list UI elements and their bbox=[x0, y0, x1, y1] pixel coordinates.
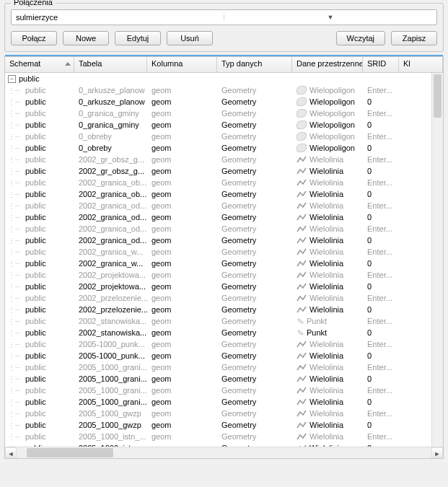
table-row[interactable]: ⋮┈public2002_granica_od...geomGeometryWi… bbox=[5, 223, 443, 234]
scroll-thumb[interactable] bbox=[27, 448, 113, 457]
cell-srid[interactable]: 0 bbox=[363, 305, 399, 314]
cell-srid[interactable]: Enter... bbox=[363, 201, 399, 210]
grid-body[interactable]: − public ⋮┈public0_arkusze_planowgeomGeo… bbox=[5, 73, 443, 447]
table-row[interactable]: ⋮┈public0_arkusze_planowgeomGeometryWiel… bbox=[5, 96, 443, 108]
cell-srid[interactable]: 0 bbox=[363, 259, 399, 268]
table-row[interactable]: ⋮┈public2005_1000_grani...geomGeometryWi… bbox=[5, 385, 443, 396]
table-row[interactable]: ⋮┈public2002_przelozenie...geomGeometryW… bbox=[5, 304, 443, 315]
table-row[interactable]: ⋮┈public2002_granica_od...geomGeometryWi… bbox=[5, 211, 443, 223]
cell-srid[interactable]: Enter... bbox=[363, 224, 399, 233]
cell-spatial: Wielolinia bbox=[309, 282, 343, 291]
cell-table: 2002_granica_od... bbox=[74, 224, 147, 233]
save-button[interactable]: Zapisz bbox=[391, 31, 437, 45]
connection-combo[interactable]: sulmierzyce ▼ bbox=[11, 9, 437, 25]
table-row[interactable]: ⋮┈public2002_gr_obsz_g...geomGeometryWie… bbox=[5, 154, 443, 165]
col-table[interactable]: Tabela bbox=[74, 57, 147, 72]
cell-table: 2005_1000_istn_... bbox=[74, 444, 147, 447]
cell-srid[interactable]: 0 bbox=[363, 282, 399, 291]
horizontal-scrollbar[interactable]: ◄ ► bbox=[5, 447, 443, 458]
new-button[interactable]: Nowe bbox=[63, 31, 109, 45]
table-row[interactable]: ⋮┈public2002_granica_od...geomGeometryWi… bbox=[5, 234, 443, 246]
delete-button[interactable]: Usuń bbox=[167, 31, 213, 45]
table-row[interactable]: ⋮┈public2005_1000_istn_...geomGeometryWi… bbox=[5, 442, 443, 447]
cell-srid[interactable]: 0 bbox=[363, 398, 399, 406]
table-row[interactable]: ⋮┈public2002_granica_w...geomGeometryWie… bbox=[5, 246, 443, 258]
cell-type: Geometry bbox=[217, 305, 292, 314]
cell-table: 2002_stanowiska... bbox=[74, 328, 147, 337]
scroll-right-icon[interactable]: ► bbox=[431, 447, 443, 458]
table-row[interactable]: ⋮┈public2005_1000_grani...geomGeometryWi… bbox=[5, 361, 443, 373]
table-row[interactable]: ⋮┈public2005_1000_grani...geomGeometryWi… bbox=[5, 396, 443, 408]
cell-schema: public bbox=[25, 97, 46, 106]
cell-srid[interactable]: Enter... bbox=[363, 132, 399, 141]
collapse-icon[interactable]: − bbox=[8, 75, 16, 83]
table-row[interactable]: ⋮┈public2002_granica_od...geomGeometryWi… bbox=[5, 200, 443, 211]
cell-table: 2002_granica_ob... bbox=[74, 190, 147, 198]
scroll-left-icon[interactable]: ◄ bbox=[5, 447, 17, 458]
col-schema[interactable]: Schemat bbox=[5, 57, 74, 72]
cell-srid[interactable]: 0 bbox=[363, 351, 399, 360]
table-row[interactable]: ⋮┈public2005_1000_istn_...geomGeometryWi… bbox=[5, 431, 443, 442]
col-kl[interactable]: Kl bbox=[399, 57, 443, 72]
table-row[interactable]: ⋮┈public2002_stanowiska...geomGeometryPu… bbox=[5, 327, 443, 338]
table-row[interactable]: ⋮┈public2005_1000_gwzpgeomGeometryWielol… bbox=[5, 419, 443, 431]
table-row[interactable]: ⋮┈public2005_1000_grani...geomGeometryWi… bbox=[5, 373, 443, 385]
cell-srid[interactable]: 0 bbox=[363, 328, 399, 337]
cell-srid[interactable]: Enter... bbox=[363, 86, 399, 95]
cell-column: geom bbox=[147, 109, 217, 118]
table-row[interactable]: ⋮┈public0_granica_gminygeomGeometryWielo… bbox=[5, 119, 443, 131]
cell-srid[interactable]: 0 bbox=[363, 421, 399, 429]
cell-table: 2002_stanowiska... bbox=[74, 317, 147, 325]
cell-srid[interactable]: Enter... bbox=[363, 155, 399, 164]
edit-button[interactable]: Edytuj bbox=[115, 31, 161, 45]
table-row[interactable]: ⋮┈public2002_przelozenie...geomGeometryW… bbox=[5, 292, 443, 304]
tree-root[interactable]: − public bbox=[5, 73, 443, 84]
table-row[interactable]: ⋮┈public2002_projektowa...geomGeometryWi… bbox=[5, 281, 443, 292]
col-type[interactable]: Typ danych bbox=[217, 57, 292, 72]
cell-srid[interactable]: Enter... bbox=[363, 409, 399, 418]
table-row[interactable]: ⋮┈public2002_projektowa...geomGeometryWi… bbox=[5, 269, 443, 281]
table-row[interactable]: ⋮┈public2002_granica_ob...geomGeometryWi… bbox=[5, 177, 443, 188]
cell-spatial: Wielopoligon bbox=[309, 109, 355, 118]
cell-srid[interactable]: 0 bbox=[363, 97, 399, 106]
cell-srid[interactable]: 0 bbox=[363, 190, 399, 198]
cell-srid[interactable]: 0 bbox=[363, 236, 399, 245]
cell-schema: public bbox=[25, 340, 46, 348]
scroll-thumb[interactable] bbox=[434, 74, 442, 118]
table-row[interactable]: ⋮┈public0_obrebygeomGeometryWielopoligon… bbox=[5, 142, 443, 154]
cell-srid[interactable]: Enter... bbox=[363, 432, 399, 441]
table-row[interactable]: ⋮┈public0_obrebygeomGeometryWielopoligon… bbox=[5, 131, 443, 142]
cell-srid[interactable]: 0 bbox=[363, 144, 399, 152]
table-row[interactable]: ⋮┈public2005-1000_punk...geomGeometryWie… bbox=[5, 350, 443, 361]
col-srid[interactable]: SRID bbox=[363, 57, 399, 72]
cell-srid[interactable]: Enter... bbox=[363, 340, 399, 348]
table-row[interactable]: ⋮┈public2005-1000_punk...geomGeometryWie… bbox=[5, 338, 443, 350]
table-row[interactable]: ⋮┈public2002_stanowiska...geomGeometryPu… bbox=[5, 315, 443, 327]
table-row[interactable]: ⋮┈public0_arkusze_planowgeomGeometryWiel… bbox=[5, 84, 443, 96]
col-column[interactable]: Kolumna bbox=[147, 57, 217, 72]
table-row[interactable]: ⋮┈public2002_granica_w...geomGeometryWie… bbox=[5, 258, 443, 269]
col-spatial[interactable]: Dane przestrzenne bbox=[292, 57, 363, 72]
cell-srid[interactable]: 0 bbox=[363, 444, 399, 447]
cell-srid[interactable]: Enter... bbox=[363, 271, 399, 279]
cell-srid[interactable]: 0 bbox=[363, 167, 399, 175]
cell-srid[interactable]: 0 bbox=[363, 120, 399, 129]
load-button[interactable]: Wczytaj bbox=[336, 31, 386, 45]
sort-asc-icon bbox=[65, 62, 71, 66]
cell-srid[interactable]: Enter... bbox=[363, 247, 399, 256]
cell-srid[interactable]: Enter... bbox=[363, 386, 399, 395]
cell-srid[interactable]: 0 bbox=[363, 213, 399, 221]
cell-srid[interactable]: 0 bbox=[363, 374, 399, 383]
connect-button[interactable]: Połącz bbox=[11, 31, 57, 45]
cell-spatial: Punkt bbox=[307, 328, 327, 337]
cell-srid[interactable]: Enter... bbox=[363, 178, 399, 187]
table-row[interactable]: ⋮┈public0_granica_gminygeomGeometryWielo… bbox=[5, 108, 443, 119]
table-row[interactable]: ⋮┈public2005_1000_gwzpgeomGeometryWielol… bbox=[5, 408, 443, 419]
cell-srid[interactable]: Enter... bbox=[363, 317, 399, 325]
cell-srid[interactable]: Enter... bbox=[363, 363, 399, 372]
cell-srid[interactable]: Enter... bbox=[363, 294, 399, 302]
table-row[interactable]: ⋮┈public2002_gr_obsz_g...geomGeometryWie… bbox=[5, 165, 443, 177]
vertical-scrollbar[interactable] bbox=[431, 73, 443, 447]
table-row[interactable]: ⋮┈public2002_granica_ob...geomGeometryWi… bbox=[5, 188, 443, 200]
cell-srid[interactable]: Enter... bbox=[363, 109, 399, 118]
